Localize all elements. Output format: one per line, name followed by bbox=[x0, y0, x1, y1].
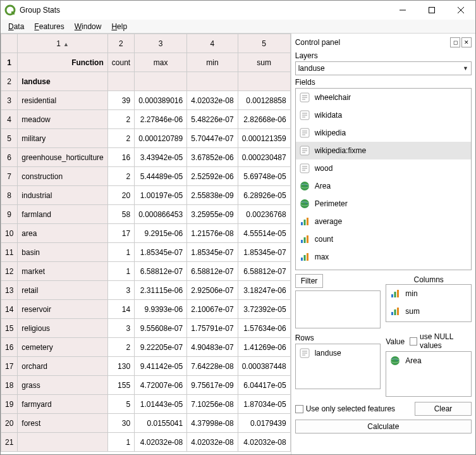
menu-features[interactable]: Features bbox=[29, 21, 69, 32]
table-row[interactable]: 20 forest 30 0.0155041 4.37998e-08 0.017… bbox=[1, 414, 291, 433]
col-header[interactable]: 2 bbox=[107, 34, 134, 53]
row-header[interactable]: 4 bbox=[1, 110, 18, 129]
layers-combo[interactable]: landuse▼ bbox=[295, 61, 472, 75]
cell: 0.000389016 bbox=[135, 91, 187, 110]
table-row[interactable]: 10 area 17 9.2915e-06 1.21576e-08 4.5551… bbox=[1, 224, 291, 243]
list-item[interactable]: count bbox=[296, 230, 471, 248]
results-table[interactable]: 1▲ 2 3 4 5 1 Function count max min sum bbox=[1, 34, 291, 452]
table-row[interactable]: 3 residential 39 0.000389016 4.02032e-08… bbox=[1, 91, 291, 110]
table-row[interactable]: 12 market 1 6.58812e-07 6.58812e-07 6.58… bbox=[1, 262, 291, 281]
svg-point-52 bbox=[391, 356, 400, 365]
menu-data[interactable]: Data bbox=[3, 21, 29, 32]
table-row[interactable]: 7 construction 2 5.44489e-05 2.52592e-06… bbox=[1, 167, 291, 186]
filter-button[interactable]: Filter bbox=[295, 274, 324, 288]
svg-rect-33 bbox=[301, 240, 303, 243]
row-header[interactable]: 18 bbox=[1, 376, 18, 395]
row-header[interactable]: 19 bbox=[1, 395, 18, 414]
table-row[interactable]: 6 greenhouse_horticulture 16 3.43942e-05… bbox=[1, 148, 291, 167]
table-row[interactable]: 19 farmyard 5 1.01443e-05 7.10256e-08 1.… bbox=[1, 395, 291, 414]
list-item[interactable]: max bbox=[296, 248, 471, 266]
table-row[interactable]: 21 1 4.02032e-08 4.02032e-08 4.02032e-08 bbox=[1, 433, 291, 452]
list-item[interactable]: wheelchair bbox=[296, 89, 471, 106]
close-panel-icon[interactable]: ✕ bbox=[461, 37, 472, 47]
row-header[interactable]: 15 bbox=[1, 319, 18, 338]
menu-help[interactable]: Help bbox=[106, 21, 132, 32]
use-null-checkbox[interactable]: use NULL values bbox=[410, 332, 472, 350]
row-header[interactable]: 6 bbox=[1, 148, 18, 167]
clear-button[interactable]: Clear bbox=[415, 402, 472, 416]
col-header[interactable]: 3 bbox=[135, 34, 187, 53]
table-row[interactable]: 11 basin 1 1.85345e-07 1.85345e-07 1.853… bbox=[1, 243, 291, 262]
cell: 0.000120789 bbox=[135, 129, 187, 148]
list-item[interactable]: Area bbox=[386, 352, 471, 370]
cell: 0.0179439 bbox=[238, 414, 290, 433]
value-listbox[interactable]: Area bbox=[386, 351, 472, 397]
minimize-button[interactable] bbox=[388, 1, 417, 20]
globe-icon bbox=[389, 354, 401, 367]
col-header[interactable]: 1▲ bbox=[18, 34, 107, 53]
table-row[interactable]: 2 landuse bbox=[1, 72, 291, 91]
corner-cell[interactable] bbox=[1, 34, 18, 53]
row-header[interactable]: 2 bbox=[1, 72, 18, 91]
row-header[interactable]: 9 bbox=[1, 205, 18, 224]
list-item[interactable]: sum bbox=[386, 302, 471, 320]
calculate-button[interactable]: Calculate bbox=[295, 420, 472, 433]
list-item[interactable]: wikidata bbox=[296, 106, 471, 124]
cell: 0.00236768 bbox=[238, 205, 290, 224]
rows-listbox[interactable]: landuse bbox=[295, 344, 381, 389]
cell: 3.25955e-09 bbox=[187, 205, 238, 224]
list-item[interactable]: min bbox=[386, 285, 471, 302]
col-header[interactable]: 4 bbox=[187, 34, 238, 53]
table-row[interactable]: 16 cemetery 2 9.22205e-07 4.90483e-07 1.… bbox=[1, 338, 291, 357]
col-header[interactable]: 5 bbox=[238, 34, 290, 53]
row-header[interactable]: 5 bbox=[1, 129, 18, 148]
undock-icon[interactable]: ◻ bbox=[450, 37, 460, 47]
table-row[interactable]: 18 grass 155 4.72007e-06 9.75617e-09 6.0… bbox=[1, 376, 291, 395]
table-row[interactable]: 8 industrial 20 1.00197e-05 2.55838e-09 … bbox=[1, 186, 291, 205]
menu-window[interactable]: Window bbox=[70, 21, 107, 32]
row-header[interactable]: 7 bbox=[1, 167, 18, 186]
row-header[interactable]: 3 bbox=[1, 91, 18, 110]
cell: 4.72007e-06 bbox=[135, 376, 187, 395]
row-header[interactable]: 16 bbox=[1, 338, 18, 357]
table-row[interactable]: 9 farmland 58 0.000866453 3.25955e-09 0.… bbox=[1, 205, 291, 224]
cell: 2 bbox=[107, 338, 134, 357]
row-header[interactable]: 12 bbox=[1, 262, 18, 281]
row-header[interactable]: 13 bbox=[1, 281, 18, 300]
cell: 6.58812e-07 bbox=[135, 262, 187, 281]
list-item[interactable]: landuse bbox=[296, 344, 381, 362]
cell: 1.87034e-05 bbox=[238, 395, 290, 414]
list-item[interactable]: median bbox=[296, 266, 471, 270]
list-item[interactable]: Perimeter bbox=[296, 195, 471, 213]
list-item[interactable]: average bbox=[296, 213, 471, 230]
table-row[interactable]: 14 reservoir 14 9.9393e-06 2.10067e-07 3… bbox=[1, 300, 291, 319]
columns-label: Columns bbox=[386, 275, 472, 284]
fields-listbox[interactable]: wheelchairwikidatawikipediawikipedia:fix… bbox=[295, 88, 472, 270]
row-header[interactable]: 11 bbox=[1, 243, 18, 262]
list-item[interactable]: Area bbox=[296, 177, 471, 195]
row-header[interactable]: 17 bbox=[1, 357, 18, 376]
table-row[interactable]: 5 military 2 0.000120789 5.70447e-07 0.0… bbox=[1, 129, 291, 148]
cell: 9.75617e-09 bbox=[187, 376, 238, 395]
use-selected-checkbox[interactable]: Use only selected features bbox=[295, 404, 411, 413]
row-header[interactable]: 14 bbox=[1, 300, 18, 319]
columns-listbox[interactable]: minsum bbox=[386, 284, 472, 322]
row-header[interactable]: 8 bbox=[1, 186, 18, 205]
row-header[interactable]: 20 bbox=[1, 414, 18, 433]
table-row[interactable]: 4 meadow 2 2.27846e-06 5.48226e-07 2.826… bbox=[1, 110, 291, 129]
table-row[interactable]: 13 retail 3 2.31115e-06 2.92506e-07 3.18… bbox=[1, 281, 291, 300]
table-row[interactable]: 15 religious 3 9.55608e-07 1.75791e-07 1… bbox=[1, 319, 291, 338]
maximize-button[interactable] bbox=[417, 1, 446, 20]
cell: 1.01443e-05 bbox=[135, 395, 187, 414]
list-item[interactable]: wood bbox=[296, 159, 471, 177]
list-item[interactable]: wikipedia bbox=[296, 124, 471, 142]
cell: 6.58812e-07 bbox=[187, 262, 238, 281]
close-button[interactable] bbox=[446, 1, 475, 20]
table-row[interactable]: 17 orchard 130 9.41142e-05 7.64228e-08 0… bbox=[1, 357, 291, 376]
filter-box[interactable] bbox=[295, 290, 381, 328]
row-header[interactable]: 10 bbox=[1, 224, 18, 243]
row-header[interactable]: 1 bbox=[1, 53, 18, 72]
cell: 3 bbox=[107, 281, 134, 300]
row-header[interactable]: 21 bbox=[1, 433, 18, 452]
list-item[interactable]: wikipedia:fixme bbox=[296, 142, 471, 159]
